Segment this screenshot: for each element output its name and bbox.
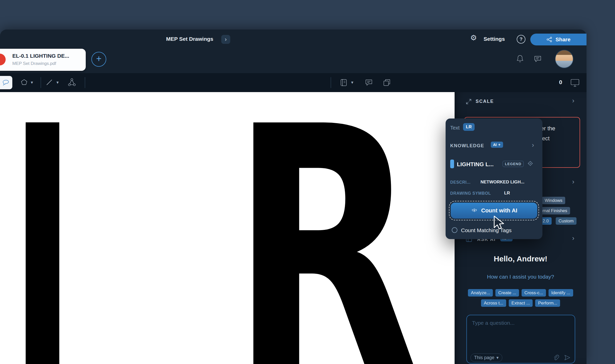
- monitor-icon[interactable]: [570, 77, 580, 88]
- toolbar: ▾ ▾ One-click Area: [0, 73, 587, 92]
- suggestion-row: Analyze... Create ... Cross-c... Identif…: [455, 289, 587, 297]
- line-tool-icon[interactable]: [45, 78, 53, 86]
- item-title: LIGHTING L...: [457, 161, 494, 168]
- lasso-tool-button-active[interactable]: [0, 76, 12, 89]
- share-label: Share: [555, 36, 570, 43]
- question-input-box: This page ▾: [466, 315, 575, 363]
- drawing-symbol-value: LR: [504, 191, 510, 196]
- comments-icon[interactable]: [533, 55, 542, 63]
- tag-chip[interactable]: Custom: [556, 217, 576, 225]
- scale-expand-icon: [465, 98, 472, 105]
- section-chevron-icon[interactable]: ›: [572, 178, 574, 185]
- gear-icon[interactable]: ⚙: [470, 34, 477, 42]
- drawing-symbol-label: DRAWING SYMBOL: [450, 191, 491, 196]
- suggestion-row: Across t... Extract ... Perform...: [455, 299, 587, 307]
- document-subtitle: MEP Set Drawings.pdf: [12, 61, 56, 66]
- polygon-select-icon[interactable]: [20, 78, 28, 86]
- add-page-button[interactable]: +: [91, 52, 106, 67]
- scale-section-label: SCALE: [476, 99, 494, 104]
- suggestion-chip[interactable]: Analyze...: [468, 289, 493, 297]
- drawing-letter-stem: [26, 122, 59, 364]
- help-icon: ?: [520, 36, 523, 42]
- pdf-file-icon: [0, 54, 6, 65]
- scope-selector[interactable]: This page ▾: [470, 353, 502, 362]
- knowledge-ai-badge: AI: [491, 142, 503, 148]
- settings-label[interactable]: Settings: [484, 36, 505, 42]
- scope-label: This page: [474, 355, 494, 360]
- drawing-letter-r: R: [231, 92, 419, 364]
- locate-icon[interactable]: [527, 160, 533, 166]
- document-title: EL-0.1 LIGHTING DE...: [12, 53, 69, 59]
- comment-tool-icon[interactable]: [364, 78, 373, 87]
- sparkle-icon: [498, 143, 501, 146]
- share-icon: [546, 36, 552, 43]
- notebook-chevron-down-icon[interactable]: ▾: [351, 80, 353, 85]
- ai-badge-label: AI: [493, 143, 497, 147]
- description-label: DESCRI...: [450, 180, 470, 185]
- count-matching-radio[interactable]: [452, 227, 457, 233]
- suggestion-chip[interactable]: Create ...: [495, 289, 519, 297]
- description-value: NETWORKED LIGH...: [481, 180, 524, 185]
- help-button[interactable]: ?: [517, 35, 525, 44]
- title-bar: MEP Set Drawings › ⚙ Settings ? Share: [0, 29, 587, 49]
- chevron-right-icon: ›: [225, 37, 227, 42]
- notebook-icon[interactable]: [339, 78, 348, 87]
- avatar[interactable]: [555, 50, 573, 68]
- knowledge-chevron-icon[interactable]: ›: [532, 142, 534, 148]
- document-bar: EL-0.1 LIGHTING DE... MEP Set Drawings.p…: [0, 49, 587, 73]
- legend-badge: LEGEND: [503, 161, 524, 167]
- suggestion-chip[interactable]: Perform...: [535, 299, 560, 307]
- app-window: MEP Set Drawings › ⚙ Settings ? Share EL…: [0, 29, 587, 364]
- screen: MEP Set Drawings › ⚙ Settings ? Share EL…: [0, 0, 615, 364]
- mouse-cursor: [492, 215, 508, 231]
- ai-butterfly-icon: [471, 207, 478, 214]
- drawing-canvas[interactable]: R: [0, 92, 455, 364]
- suggestion-chip[interactable]: Cross-c...: [522, 289, 546, 297]
- title-expand-button[interactable]: ›: [221, 35, 230, 44]
- item-color-swatch: [450, 160, 454, 168]
- suggestion-chip[interactable]: Identify ...: [549, 289, 573, 297]
- share-button[interactable]: Share: [530, 34, 587, 45]
- tag-chip[interactable]: Windows: [542, 197, 565, 204]
- text-label: Text: [450, 125, 460, 131]
- ask-ai-prompt: How can I assist you today?: [455, 274, 587, 280]
- notifications-bell-icon[interactable]: [515, 54, 525, 63]
- polygon-tool-chevron-down-icon[interactable]: ▾: [31, 80, 33, 85]
- text-value-pill: LR: [463, 123, 475, 131]
- ask-ai-chevron-icon[interactable]: ›: [572, 235, 574, 241]
- question-input[interactable]: [467, 315, 575, 346]
- compare-windows-icon[interactable]: [382, 78, 391, 87]
- count-with-ai-label: Count with AI: [481, 207, 517, 214]
- toolbar-divider: [41, 77, 41, 88]
- count-value: 0: [559, 79, 562, 86]
- scope-chevron-down-icon: ▾: [496, 356, 499, 360]
- document-card[interactable]: EL-0.1 LIGHTING DE... MEP Set Drawings.p…: [0, 49, 86, 71]
- plus-icon: +: [96, 54, 101, 63]
- scale-chevron-icon[interactable]: ›: [572, 97, 574, 104]
- suggestion-chip[interactable]: Extract ...: [509, 299, 533, 307]
- knowledge-label: KNOWLEDGE: [450, 143, 484, 149]
- lasso-icon: [2, 79, 10, 86]
- send-icon[interactable]: [564, 354, 571, 361]
- toolbar-divider: [85, 77, 85, 88]
- page-title: MEP Set Drawings: [166, 36, 213, 42]
- line-tool-chevron-down-icon[interactable]: ▾: [56, 80, 59, 85]
- ask-ai-greeting: Hello, Andrew!: [455, 254, 587, 263]
- toolbar-divider: [331, 77, 331, 88]
- node-tool-icon[interactable]: [67, 78, 76, 87]
- suggestion-chip[interactable]: Across t...: [481, 299, 506, 307]
- attach-paperclip-icon[interactable]: [553, 354, 559, 361]
